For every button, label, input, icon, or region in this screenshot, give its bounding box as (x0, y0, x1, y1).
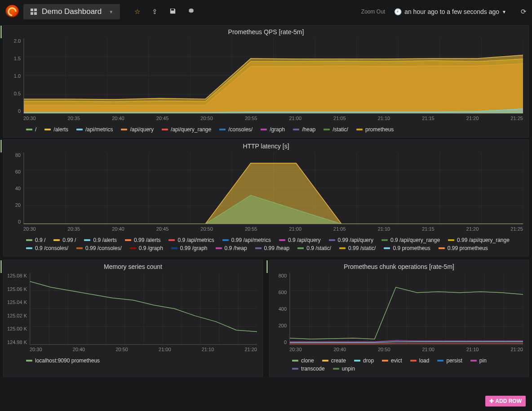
legend-item[interactable]: /api/query_range (162, 126, 211, 133)
legend-swatch (168, 239, 175, 241)
legend-item[interactable]: 0.9 /api/query_range (381, 237, 440, 243)
legend-item[interactable]: / (26, 126, 36, 133)
legend-item[interactable]: 0.99 /static/ (339, 245, 376, 251)
legend: clonecreatedropevictloadpersistpintransc… (270, 355, 528, 376)
legend-swatch (470, 360, 477, 362)
legend-item[interactable]: /alerts (44, 126, 68, 133)
legend-label: 0.9 /api/metrics (177, 237, 214, 243)
legend-label: localhost:9090 prometheus (35, 357, 100, 364)
legend-swatch (292, 360, 298, 362)
legend-item[interactable]: 0.99 /heap (255, 245, 290, 251)
dashboard-picker[interactable]: Demo Dashboard ▼ (23, 4, 120, 19)
legend-swatch (382, 360, 388, 362)
legend-swatch (292, 368, 298, 370)
legend-item[interactable]: 0.9 /consoles/ (26, 245, 68, 251)
svg-rect-2 (31, 12, 33, 15)
legend-label: transcode (301, 366, 325, 372)
legend-swatch (26, 247, 32, 249)
add-row-button[interactable]: ✚ ADD ROW (485, 396, 526, 407)
legend-item[interactable]: /api/metrics (76, 126, 113, 133)
legend-swatch (333, 368, 339, 370)
legend-item[interactable]: 0.99 /consoles/ (76, 245, 122, 251)
legend-item[interactable]: load (410, 357, 430, 364)
legend-label: 0.9 prometheus (393, 245, 430, 251)
legend-item[interactable]: 0.99 /api/metrics (222, 237, 271, 243)
panel-title: Memory series count (4, 260, 262, 271)
legend-label: drop (363, 357, 374, 364)
zoom-out-button[interactable]: Zoom Out (361, 9, 385, 15)
legend-item[interactable]: 0.9 /heap (216, 245, 247, 251)
svg-rect-0 (31, 9, 33, 11)
chart-latency[interactable]: 806040200 20:3020:3520:4020:4520:5020:55… (4, 151, 528, 234)
legend-swatch (130, 247, 136, 249)
legend-label: /api/query (130, 126, 154, 133)
x-axis: 20:3020:4020:5021:0021:1021:20 (289, 345, 523, 352)
svg-rect-3 (34, 12, 37, 15)
legend-swatch (297, 247, 304, 249)
legend-item[interactable]: 0.9 /static/ (297, 245, 331, 251)
legend-label: 0.9 /static/ (306, 245, 331, 251)
legend-swatch (53, 239, 60, 241)
time-range-picker[interactable]: 🕘 an hour ago to a few seconds ago ▼ (394, 8, 506, 15)
legend-item[interactable]: 0.99 /graph (171, 245, 208, 251)
legend-item[interactable]: 0.9 prometheus (384, 245, 430, 251)
panel-title: Prometheus chunk operations [rate-5m] (270, 260, 528, 271)
legend-swatch (293, 129, 299, 130)
legend-item[interactable]: persist (437, 357, 462, 364)
time-range-label: an hour ago to a few seconds ago (404, 8, 499, 15)
chart-memory[interactable]: 125.08 K125.06 K125.04 K125.02 K125.00 K… (4, 271, 262, 355)
legend-item[interactable]: evict (382, 357, 402, 364)
legend-swatch (125, 239, 131, 241)
legend-item[interactable]: drop (354, 357, 374, 364)
legend-item[interactable]: /static/ (324, 126, 348, 133)
legend-swatch (222, 239, 229, 241)
legend-item[interactable]: transcode (292, 366, 325, 372)
legend-label: create (331, 357, 346, 364)
panel-title: HTTP latency [s] (4, 140, 528, 151)
legend-item[interactable]: clone (292, 357, 314, 364)
legend-item[interactable]: 0.99 /alerts (125, 237, 160, 243)
legend-label: 0.9 /api/query (288, 237, 321, 243)
share-icon[interactable]: ⇪ (152, 8, 158, 16)
legend-swatch (329, 239, 335, 241)
legend-item[interactable]: 0.9 / (26, 237, 45, 243)
legend-item[interactable]: /graph (261, 126, 285, 133)
legend-item[interactable]: unpin (333, 366, 355, 372)
x-axis: 20:3020:3520:4020:4520:5020:5521:0021:05… (23, 224, 523, 232)
chart-qps[interactable]: 2.01.51.00.50 20:3020:3520:4020:4520:502… (4, 36, 528, 124)
legend: //alerts/api/metrics/api/query/api/query… (4, 124, 528, 137)
legend-swatch (171, 247, 177, 249)
legend-item[interactable]: 0.99 prometheus (439, 245, 488, 251)
legend-item[interactable]: 0.99 /api/query (329, 237, 373, 243)
legend-item[interactable]: 0.99 / (53, 237, 76, 243)
legend-label: /consoles/ (228, 126, 253, 133)
save-icon[interactable] (169, 8, 176, 16)
legend-item[interactable]: 0.9 /alerts (84, 237, 117, 243)
legend-swatch (261, 129, 267, 130)
plot-area (23, 152, 523, 224)
legend-label: 0.99 /static/ (348, 245, 376, 251)
grafana-logo-icon[interactable] (5, 5, 19, 18)
legend-label: / (35, 126, 36, 133)
star-icon[interactable]: ☆ (134, 8, 140, 16)
legend-item[interactable]: /api/query (121, 126, 154, 133)
gear-icon[interactable] (188, 8, 195, 16)
legend-item[interactable]: prometheus (356, 126, 394, 133)
legend-item[interactable]: /consoles/ (219, 126, 253, 133)
legend-label: persist (446, 357, 462, 364)
refresh-icon[interactable]: ⟳ (521, 8, 527, 16)
chart-chunk[interactable]: 8006004002000 20:3020:4020:5021:0021:102… (270, 271, 528, 355)
legend-item[interactable]: /heap (293, 126, 315, 133)
legend-item[interactable]: 0.9 /api/query (279, 237, 321, 243)
legend-label: load (419, 357, 430, 364)
legend-item[interactable]: pin (470, 357, 487, 364)
legend-item[interactable]: create (322, 357, 346, 364)
x-axis: 20:3020:3520:4020:4520:5020:5521:0021:05… (23, 114, 523, 121)
legend-item[interactable]: 0.9 /api/metrics (168, 237, 214, 243)
legend-item[interactable]: 0.99 /api/query_range (448, 237, 510, 243)
plot-area (23, 38, 523, 114)
legend-label: unpin (342, 366, 355, 372)
legend-label: 0.9 /alerts (93, 237, 117, 243)
legend-item[interactable]: 0.9 /graph (130, 245, 163, 251)
legend-item[interactable]: localhost:9090 prometheus (26, 357, 100, 364)
